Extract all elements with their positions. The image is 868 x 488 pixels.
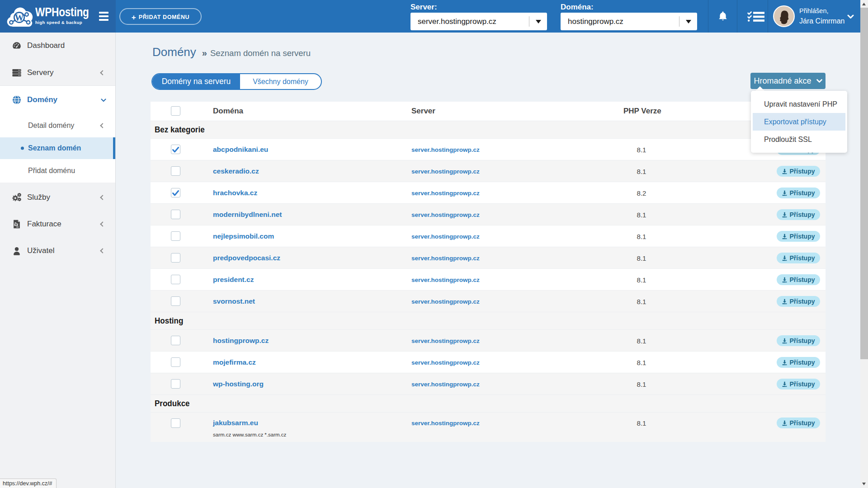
svg-text:W: W — [15, 13, 24, 23]
